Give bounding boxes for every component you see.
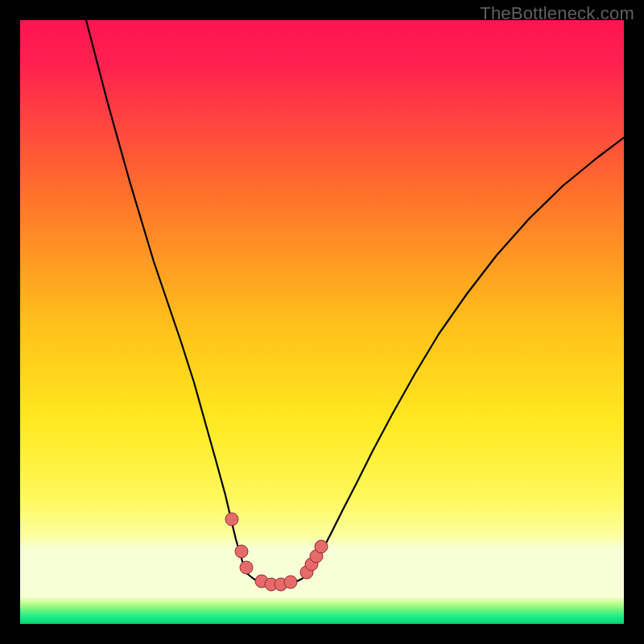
data-marker: [284, 576, 297, 588]
data-marker: [315, 540, 328, 553]
data-marker: [235, 545, 248, 558]
bottleneck-curve: [86, 20, 624, 586]
watermark-text: TheBottleneck.com: [480, 3, 634, 24]
marker-group: [225, 513, 328, 591]
data-marker: [225, 513, 238, 526]
plot-frame: [20, 20, 624, 624]
data-marker: [240, 561, 253, 574]
curve-layer: [20, 20, 624, 624]
curve-path: [86, 20, 624, 586]
